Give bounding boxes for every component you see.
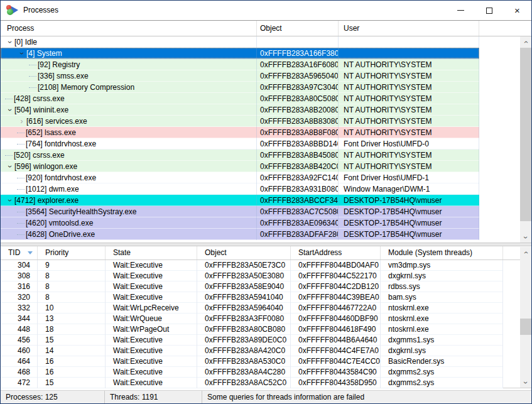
thread-state: Wait:Executive [106, 367, 197, 378]
process-name: [4628] OneDrive.exe [26, 229, 95, 240]
process-name: [504] wininit.exe [14, 104, 68, 116]
thread-state: Wait:Executive [106, 281, 197, 292]
process-row[interactable]: [520] csrss.exe0xFFFFB283A8B45080NT AUTH… [1, 150, 479, 161]
chevron-down-icon[interactable]: › [4, 38, 16, 47]
tree-connector [29, 76, 36, 77]
column-header-priority[interactable]: Priority [38, 246, 106, 259]
process-row[interactable]: [920] fontdrvhost.exe0xFFFFB283A92FC140F… [1, 172, 479, 183]
process-row[interactable]: [2108] Memory Compression0xFFFFB283A97C3… [1, 82, 479, 93]
thread-state: Wait:WrLpcReceive [106, 303, 197, 314]
thread-table-scrollbar[interactable]: › › [520, 247, 531, 388]
process-row[interactable]: ›[596] winlogon.exe0xFFFFB283A8B420C0NT … [1, 161, 479, 172]
process-name: [920] fontdrvhost.exe [26, 172, 96, 183]
process-row[interactable]: ›[4712] explorer.exe0xFFFFB283ABCCF340DE… [1, 195, 479, 206]
thread-row[interactable]: 34413Wait:WrQueue0xFFFFB283A3FF00800xFFF… [1, 314, 503, 324]
app-icon-green-dot [7, 9, 13, 15]
process-row[interactable]: [428] csrss.exe0xFFFFB283A80C5080NT AUTH… [1, 93, 479, 104]
process-row[interactable]: [336] smss.exe0xFFFFB283A5965040NT AUTHO… [1, 70, 479, 82]
thread-module: dxgmms1.sys [381, 335, 503, 346]
app-icon [6, 5, 19, 16]
thread-row[interactable]: 3208Wait:Executive0xFFFFB283A59410400xFF… [1, 292, 503, 303]
thread-priority: 10 [38, 303, 106, 314]
thread-priority: 15 [38, 335, 106, 346]
scroll-down-icon[interactable]: › [520, 377, 531, 388]
chevron-right-icon[interactable]: › [17, 116, 26, 127]
window-title: Processes [23, 6, 58, 14]
thread-row[interactable]: 3049Wait:Executive0xFFFFB283A50E73C00xFF… [1, 260, 503, 271]
thread-row[interactable]: 3168Wait:Executive0xFFFFB283A58E90400xFF… [1, 281, 503, 292]
column-header-user[interactable]: User [339, 21, 479, 36]
thread-object-address: 0xFFFFB283A8A420C0 [197, 346, 291, 356]
process-row[interactable]: ›[616] services.exe0xFFFFB283A8B83080NT … [1, 116, 479, 127]
chevron-down-icon[interactable]: › [4, 106, 16, 115]
tree-connector [5, 155, 13, 156]
minimize-icon [457, 10, 464, 11]
thread-row[interactable]: 46014Wait:Executive0xFFFFB283A8A420C00xF… [1, 346, 503, 356]
process-row[interactable]: [1012] dwm.exe0xFFFFB283A931B080Window M… [1, 183, 479, 195]
column-header-process[interactable]: Process [1, 21, 257, 36]
tree-connector [29, 87, 36, 88]
column-header-state[interactable]: State [106, 246, 197, 259]
process-row[interactable]: ›[4] System0xFFFFB283A166F380 [1, 48, 479, 59]
process-user: DESKTOP-17B54HQ\vmuser [339, 195, 479, 206]
thread-row[interactable]: 33210Wait:WrLpcReceive0xFFFFB283A5964040… [1, 303, 503, 314]
process-name: [616] services.exe [26, 116, 87, 127]
process-row[interactable]: [4628] OneDrive.exe0xFFFFB283ADFAF280DES… [1, 229, 479, 240]
process-user [339, 48, 479, 59]
process-object-address: 0xFFFFB283ABCCF340 [257, 195, 339, 206]
process-row[interactable]: [764] fontdrvhost.exe0xFFFFB283A8BBD140F… [1, 138, 479, 150]
column-header-object[interactable]: Object [257, 21, 339, 36]
scrollbar-thumb[interactable] [520, 319, 531, 335]
process-user: Font Driver Host\UMFD-0 [339, 138, 479, 150]
sort-descending-icon [28, 251, 33, 254]
process-tree-body: ›[0] Idle›[4] System0xFFFFB283A166F380[9… [1, 36, 479, 240]
thread-tid: 320 [1, 292, 38, 303]
thread-row[interactable]: 46816Wait:Executive0xFFFFB283A8A4C2800xF… [1, 367, 503, 378]
thread-row[interactable]: 44818Wait:WrPageOut0xFFFFB283A80CB0800xF… [1, 324, 503, 335]
scroll-up-icon[interactable]: › [520, 36, 531, 47]
tree-connector [17, 178, 24, 178]
process-row[interactable]: ›[504] wininit.exe0xFFFFB283A8B20080NT A… [1, 104, 479, 116]
process-user: NT AUTHORITY\SYSTEM [339, 59, 479, 70]
column-header-module[interactable]: Module (System threads) [381, 246, 503, 259]
thread-row[interactable]: 3088Wait:Executive0xFFFFB283A50E30800xFF… [1, 271, 503, 281]
process-row[interactable]: ›[0] Idle [1, 36, 479, 48]
thread-row[interactable]: 47215Wait:Executive0xFFFFB283A8AC52C00xF… [1, 378, 503, 388]
process-row[interactable]: [4620] vmtoolsd.exe0xFFFFB283AE096340DES… [1, 217, 479, 229]
thread-object-address: 0xFFFFB283A89DE0C0 [197, 335, 291, 346]
process-tree-scrollbar[interactable]: › › [520, 36, 531, 243]
thread-state: Wait:Executive [106, 292, 197, 303]
maximize-button[interactable] [475, 1, 503, 20]
minimize-button[interactable] [447, 1, 475, 20]
thread-tid: 316 [1, 281, 38, 292]
chevron-down-icon[interactable]: › [4, 162, 16, 172]
titlebar[interactable]: Processes × [1, 1, 531, 20]
thread-row[interactable]: 45615Wait:Executive0xFFFFB283A89DE0C00xF… [1, 335, 503, 346]
thread-row[interactable]: 46416Wait:Executive0xFFFFB283A8A530C00xF… [1, 356, 503, 367]
chevron-down-icon[interactable]: › [4, 196, 16, 205]
thread-state: Wait:Executive [106, 260, 197, 271]
process-row[interactable]: [3564] SecurityHealthSystray.exe0xFFFFB2… [1, 206, 479, 217]
process-object-address [257, 36, 339, 48]
column-header-startaddress[interactable]: StartAddress [291, 246, 381, 259]
process-object-address: 0xFFFFB283A931B080 [257, 183, 339, 195]
column-header-thread-object[interactable]: Object [197, 246, 291, 259]
process-object-address: 0xFFFFB283A8B420C0 [257, 161, 339, 172]
process-object-address: 0xFFFFB283A16F6080 [257, 59, 339, 70]
process-object-address: 0xFFFFB283A97C3040 [257, 82, 339, 93]
thread-object-address: 0xFFFFB283A8AC52C0 [197, 378, 291, 388]
scroll-down-icon[interactable]: › [520, 232, 531, 243]
scrollbar-thumb[interactable] [520, 48, 531, 221]
process-row[interactable]: [652] lsass.exe0xFFFFB283A8B8F080NT AUTH… [1, 127, 479, 138]
process-object-address: 0xFFFFB283A8BBD140 [257, 138, 339, 150]
process-name: [652] lsass.exe [26, 127, 76, 138]
process-object-address: 0xFFFFB283A166F380 [257, 48, 339, 59]
thread-tid: 456 [1, 335, 38, 346]
column-header-tid[interactable]: TID [1, 246, 38, 259]
process-user: DESKTOP-17B54HQ\vmuser [339, 217, 479, 229]
scroll-up-icon[interactable]: › [520, 247, 531, 258]
process-name: [4620] vmtoolsd.exe [26, 217, 93, 229]
chevron-down-icon[interactable]: › [16, 49, 28, 58]
process-row[interactable]: [92] Registry0xFFFFB283A16F6080NT AUTHOR… [1, 59, 479, 70]
close-button[interactable]: × [503, 1, 531, 20]
